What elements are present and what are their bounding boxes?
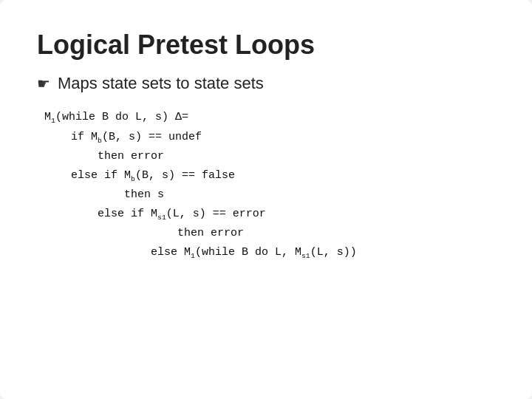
code-line-3: then error [44,147,495,166]
code-line-4: else if Mb(B, s) == false [44,166,495,186]
bullet-text: Maps state sets to state sets [58,74,264,93]
code-line-6: else if Ms1(L, s) == error [44,205,495,225]
code-line-5: then s [44,185,495,205]
bullet-item: ☛ Maps state sets to state sets [37,74,495,93]
code-line-7: then error [44,224,495,243]
code-line-8: else M1(while B do L, Ms1(L, s)) [44,243,495,263]
slide: Logical Pretest Loops ☛ Maps state sets … [0,0,532,399]
code-line-2: if Mb(B, s) == undef [44,128,495,148]
code-block: M1(while B do L, s) Δ= if Mb(B, s) == un… [44,108,495,262]
code-line-1: M1(while B do L, s) Δ= [44,108,495,128]
slide-title: Logical Pretest Loops [37,30,495,61]
bullet-icon: ☛ [37,75,50,92]
